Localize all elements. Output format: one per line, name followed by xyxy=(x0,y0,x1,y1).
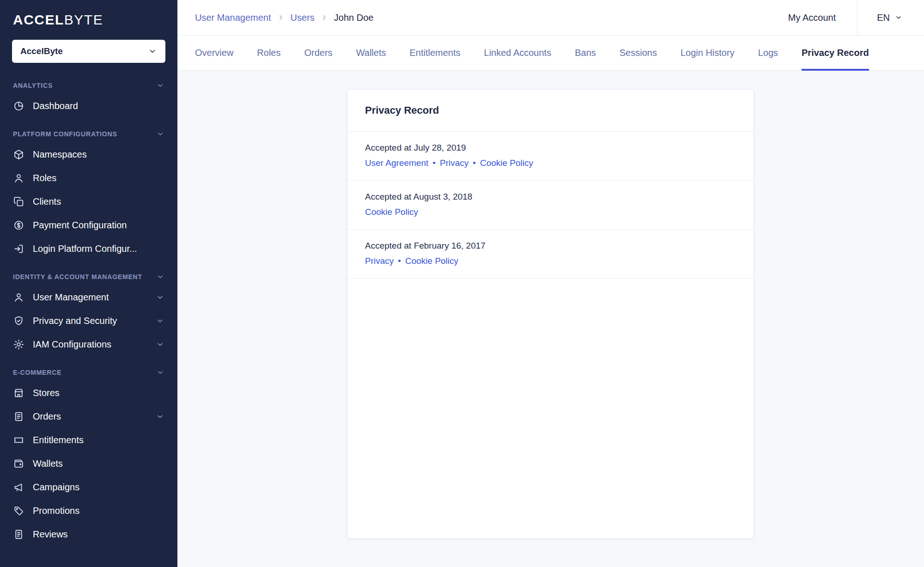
link-separator: • xyxy=(398,256,401,266)
namespace-selector[interactable]: AccelByte xyxy=(12,40,165,63)
section-header-platform-configurations[interactable]: PLATFORM CONFIGURATIONS xyxy=(0,123,177,143)
tab-sessions[interactable]: Sessions xyxy=(620,36,657,70)
sidebar-item-label: Dashboard xyxy=(33,101,78,111)
cube-icon xyxy=(13,149,24,160)
accelbyte-logo: ACCELBYTE xyxy=(0,0,177,37)
chevron-down-icon xyxy=(156,81,164,90)
tab-bans[interactable]: Bans xyxy=(575,36,596,70)
shield-icon xyxy=(13,315,24,327)
pie-chart-icon xyxy=(13,100,24,112)
login-arrow-icon xyxy=(13,243,24,255)
tab-wallets[interactable]: Wallets xyxy=(356,36,386,70)
content-area: Privacy Record Accepted at July 28, 2019… xyxy=(177,71,924,567)
privacy-record-row: Accepted at February 16, 2017 Privacy • … xyxy=(347,230,754,279)
sidebar-item-entitlements[interactable]: Entitlements xyxy=(0,428,177,452)
sidebar-item-label: Roles xyxy=(33,173,56,183)
sidebar-item-label: Wallets xyxy=(33,458,63,469)
chevron-down-icon xyxy=(156,273,164,281)
sidebar-item-label: Entitlements xyxy=(33,435,84,445)
link-cookie-policy[interactable]: Cookie Policy xyxy=(405,256,458,266)
sidebar-item-privacy-and-security[interactable]: Privacy and Security xyxy=(0,309,177,333)
chevron-right-icon xyxy=(277,13,285,22)
tab-linked-accounts[interactable]: Linked Accounts xyxy=(484,36,552,70)
chevron-right-icon xyxy=(320,13,328,22)
accepted-date-value: August 3, 2018 xyxy=(413,192,473,201)
sidebar-item-clients[interactable]: Clients xyxy=(0,190,177,213)
sidebar-section-analytics: ANALYTICS Dashboard xyxy=(0,75,177,118)
sidebar-item-reviews[interactable]: Reviews xyxy=(0,523,177,546)
sidebar-item-campaigns[interactable]: Campaigns xyxy=(0,476,177,499)
breadcrumb-users[interactable]: Users xyxy=(291,12,315,23)
sidebar-item-label: Stores xyxy=(33,388,60,398)
chevron-down-icon xyxy=(156,293,164,302)
sidebar-item-orders[interactable]: Orders xyxy=(0,405,177,428)
card-title: Privacy Record xyxy=(365,104,736,116)
accepted-date-value: February 16, 2017 xyxy=(414,241,486,250)
sidebar-item-payment-configuration[interactable]: Payment Configuration xyxy=(0,213,177,237)
sidebar-item-dashboard[interactable]: Dashboard xyxy=(0,94,177,118)
tab-entitlements[interactable]: Entitlements xyxy=(409,36,460,70)
sidebar-item-iam-configurations[interactable]: IAM Configurations xyxy=(0,333,177,356)
wallet-icon xyxy=(13,458,24,469)
section-header-analytics[interactable]: ANALYTICS xyxy=(0,75,177,94)
breadcrumb: User Management Users John Doe xyxy=(195,12,373,23)
sidebar-item-label: Campaigns xyxy=(33,482,79,493)
sidebar-item-roles[interactable]: Roles xyxy=(0,166,177,190)
sidebar-item-stores[interactable]: Stores xyxy=(0,381,177,405)
sidebar-item-label: Privacy and Security xyxy=(33,316,117,326)
accepted-date: Accepted at August 3, 2018 xyxy=(365,192,736,202)
topbar: User Management Users John Doe My Accoun… xyxy=(177,0,924,36)
card-header: Privacy Record xyxy=(347,90,754,132)
link-privacy[interactable]: Privacy xyxy=(365,256,394,266)
sidebar-item-label: Orders xyxy=(33,411,61,422)
sidebar-item-login-platform-configuration[interactable]: Login Platform Configur... xyxy=(0,237,177,261)
sidebar-item-user-management[interactable]: User Management xyxy=(0,286,177,309)
language-value: EN xyxy=(877,12,890,23)
privacy-record-card: Privacy Record Accepted at July 28, 2019… xyxy=(347,89,754,539)
section-header-identity-account-management[interactable]: IDENTITY & ACCOUNT MANAGEMENT xyxy=(0,266,177,286)
privacy-record-row: Accepted at July 28, 2019 User Agreement… xyxy=(347,132,754,181)
receipt-icon xyxy=(13,411,24,422)
link-cookie-policy[interactable]: Cookie Policy xyxy=(365,207,418,217)
accepted-prefix: Accepted at xyxy=(365,241,411,250)
link-user-agreement[interactable]: User Agreement xyxy=(365,158,428,168)
storefront-icon xyxy=(13,387,24,399)
link-cookie-policy[interactable]: Cookie Policy xyxy=(480,158,533,168)
sidebar-item-label: IAM Configurations xyxy=(33,339,111,350)
accepted-prefix: Accepted at xyxy=(365,143,411,152)
sidebar-item-promotions[interactable]: Promotions xyxy=(0,499,177,523)
sidebar-item-label: User Management xyxy=(33,292,109,303)
link-privacy[interactable]: Privacy xyxy=(440,158,468,168)
chevron-down-icon xyxy=(156,368,164,377)
link-separator: • xyxy=(432,158,436,168)
sidebar-item-namespaces[interactable]: Namespaces xyxy=(0,143,177,166)
sidebar-item-label: Namespaces xyxy=(33,149,87,160)
megaphone-icon xyxy=(13,482,24,493)
tab-roles[interactable]: Roles xyxy=(257,36,280,70)
my-account-button[interactable]: My Account xyxy=(788,12,857,23)
tab-logs[interactable]: Logs xyxy=(758,36,778,70)
topbar-right: My Account EN xyxy=(788,0,924,35)
tab-orders[interactable]: Orders xyxy=(304,36,333,70)
tab-login-history[interactable]: Login History xyxy=(681,36,735,70)
sidebar-section-identity-account-management: IDENTITY & ACCOUNT MANAGEMENT User Manag… xyxy=(0,266,177,356)
chevron-down-icon xyxy=(894,13,903,22)
tab-overview[interactable]: Overview xyxy=(195,36,233,70)
sidebar: ACCELBYTE AccelByte ANALYTICS Dashboard … xyxy=(0,0,177,567)
logo-accel: ACCEL xyxy=(13,12,64,27)
section-header-ecommerce[interactable]: E-COMMERCE xyxy=(0,362,177,381)
tab-privacy-record[interactable]: Privacy Record xyxy=(802,36,869,70)
person-icon xyxy=(13,172,24,184)
sidebar-section-ecommerce: E-COMMERCE Stores Orders Entitlements Wa… xyxy=(0,362,177,546)
breadcrumb-user-management[interactable]: User Management xyxy=(195,12,271,23)
sidebar-item-wallets[interactable]: Wallets xyxy=(0,452,177,476)
sidebar-item-label: Clients xyxy=(33,196,61,207)
accepted-date: Accepted at July 28, 2019 xyxy=(365,143,736,153)
privacy-record-row: Accepted at August 3, 2018 Cookie Policy xyxy=(347,181,754,230)
accepted-prefix: Accepted at xyxy=(365,192,411,201)
sidebar-section-platform-configurations: PLATFORM CONFIGURATIONS Namespaces Roles… xyxy=(0,123,177,261)
language-selector[interactable]: EN xyxy=(857,0,924,35)
chevron-down-icon xyxy=(148,47,157,56)
sidebar-item-label: Payment Configuration xyxy=(33,220,127,231)
sidebar-item-label: Promotions xyxy=(33,506,79,516)
